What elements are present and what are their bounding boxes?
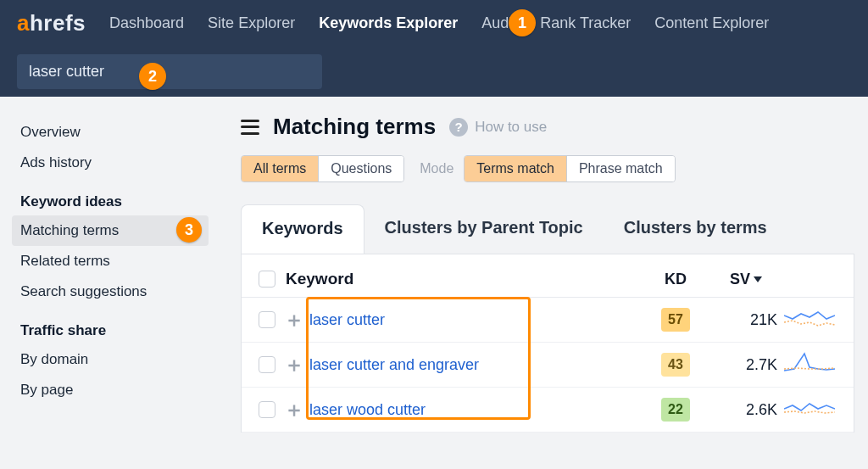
tab-keywords[interactable]: Keywords — [241, 204, 364, 254]
keyword-table: Keyword KD SV ＋ laser cutter 57 21K — [241, 254, 854, 433]
search-row — [0, 46, 868, 97]
sv-head-label: SV — [730, 271, 750, 288]
how-to-use-link[interactable]: ? How to use — [449, 118, 547, 137]
sv-value: 21K — [708, 311, 784, 329]
sidebar-head-traffic-share: Traffic share — [12, 307, 209, 344]
row-checkbox[interactable] — [259, 356, 275, 373]
expand-icon[interactable]: ＋ — [282, 351, 306, 378]
column-header-sv[interactable]: SV — [708, 271, 784, 288]
content-area: Matching terms ? How to use All terms Qu… — [220, 97, 868, 469]
expand-icon[interactable]: ＋ — [282, 306, 306, 333]
annotation-badge-3: 3 — [176, 217, 202, 243]
logo-a: a — [17, 10, 30, 36]
sidebar-head-keyword-ideas: Keyword ideas — [12, 178, 209, 215]
annotation-badge-2: 2 — [139, 63, 166, 90]
nav-dashboard[interactable]: Dashboard — [109, 14, 184, 32]
sv-value: 2.6K — [708, 401, 784, 419]
sidebar: Overview Ads history Keyword ideas Match… — [0, 97, 220, 469]
select-all-checkbox[interactable] — [259, 271, 275, 288]
tab-clusters-parent[interactable]: Clusters by Parent Topic — [364, 204, 604, 254]
sidebar-item-related-terms[interactable]: Related terms — [12, 246, 209, 276]
kd-pill: 57 — [661, 308, 690, 332]
trend-sparkline — [784, 352, 843, 377]
row-checkbox[interactable] — [259, 401, 275, 418]
sidebar-item-search-suggestions[interactable]: Search suggestions — [12, 276, 209, 307]
result-tabs: Keywords Clusters by Parent Topic Cluste… — [241, 204, 854, 254]
page-title: Matching terms — [273, 114, 436, 140]
row-checkbox[interactable] — [259, 311, 275, 328]
sidebar-item-matching-terms[interactable]: Matching terms 3 — [12, 215, 209, 246]
sidebar-item-ads-history[interactable]: Ads history — [12, 148, 209, 178]
keyword-search-input[interactable] — [17, 54, 322, 89]
sidebar-item-by-page[interactable]: By page — [12, 375, 209, 405]
nav-keywords-explorer[interactable]: Keywords Explorer — [319, 14, 458, 32]
filter-questions[interactable]: Questions — [319, 156, 403, 181]
hamburger-icon[interactable] — [241, 120, 259, 135]
filter-phrase-match[interactable]: Phrase match — [567, 156, 675, 181]
keyword-link[interactable]: laser wood cutter — [306, 401, 643, 419]
keyword-link[interactable]: laser cutter and engraver — [306, 356, 643, 374]
column-header-kd[interactable]: KD — [643, 271, 708, 288]
table-row: ＋ laser wood cutter 22 2.6K — [242, 388, 854, 433]
trend-sparkline — [784, 397, 843, 422]
table-row: ＋ laser cutter 57 21K — [242, 298, 854, 343]
sidebar-item-overview[interactable]: Overview — [12, 117, 209, 148]
sort-desc-icon — [754, 276, 762, 282]
how-to-use-label: How to use — [475, 119, 547, 136]
filter-all-terms[interactable]: All terms — [242, 156, 319, 181]
filter-terms-match[interactable]: Terms match — [465, 156, 567, 181]
top-nav: ahrefs Dashboard Site Explorer Keywords … — [0, 0, 868, 46]
mode-label: Mode — [420, 161, 453, 176]
keyword-link[interactable]: laser cutter — [306, 311, 643, 329]
sv-value: 2.7K — [708, 356, 784, 374]
logo-hrefs: hrefs — [30, 10, 86, 36]
mode-filter-group: Terms match Phrase match — [464, 155, 675, 182]
table-row: ＋ laser cutter and engraver 43 2.7K — [242, 343, 854, 388]
trend-sparkline — [784, 307, 843, 332]
sidebar-item-label: Matching terms — [20, 222, 119, 238]
logo: ahrefs — [17, 10, 86, 36]
terms-filter-group: All terms Questions — [241, 155, 404, 182]
annotation-badge-1: 1 — [509, 9, 536, 36]
tab-clusters-terms[interactable]: Clusters by terms — [604, 204, 787, 254]
kd-pill: 22 — [661, 398, 690, 422]
kd-pill: 43 — [661, 353, 690, 377]
nav-content-explorer[interactable]: Content Explorer — [654, 14, 769, 32]
column-header-keyword[interactable]: Keyword — [282, 270, 643, 288]
nav-rank-tracker[interactable]: Rank Tracker — [540, 14, 631, 32]
expand-icon[interactable]: ＋ — [282, 396, 306, 423]
help-icon: ? — [449, 118, 468, 137]
nav-site-explorer[interactable]: Site Explorer — [208, 14, 295, 32]
sidebar-item-by-domain[interactable]: By domain — [12, 344, 209, 375]
